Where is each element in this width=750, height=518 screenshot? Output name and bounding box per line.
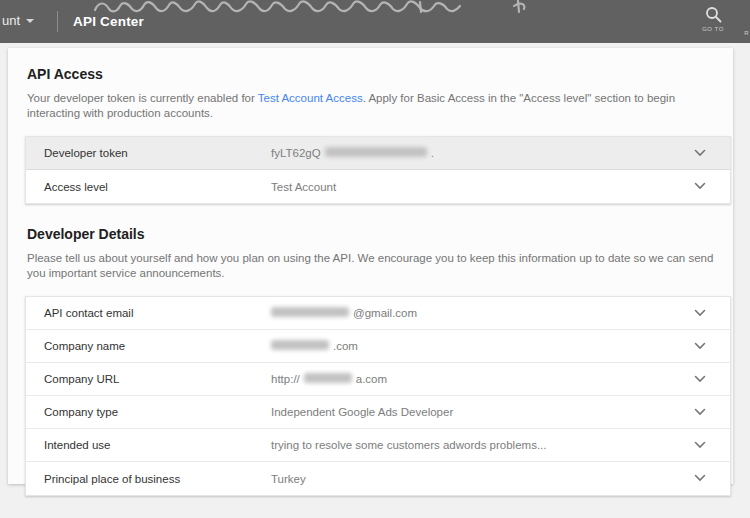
redaction-scribble xyxy=(93,0,533,14)
header-divider xyxy=(57,11,58,32)
app-header: unt API Center GO TO R xyxy=(0,0,750,43)
api-access-heading: API Access xyxy=(27,66,731,82)
row-value: Test Account xyxy=(271,181,336,193)
account-menu[interactable]: unt xyxy=(2,13,34,28)
chevron-down-icon[interactable] xyxy=(694,182,706,190)
api-access-description: Your developer token is currently enable… xyxy=(27,91,715,121)
account-menu-label: unt xyxy=(2,13,20,28)
row-label: Developer token xyxy=(44,147,128,159)
row-label: Company URL xyxy=(44,373,119,385)
redacted-text xyxy=(325,147,427,157)
chevron-down-icon[interactable] xyxy=(694,342,706,350)
developer-details-table: API contact email @gmail.com Company nam… xyxy=(25,296,731,496)
row-label: Company name xyxy=(44,340,125,352)
redacted-text xyxy=(271,340,329,350)
chevron-down-icon[interactable] xyxy=(694,149,706,157)
row-label: API contact email xyxy=(44,307,133,319)
chevron-down-icon xyxy=(26,19,34,23)
row-value: Independent Google Ads Developer xyxy=(271,406,453,418)
chevron-down-icon[interactable] xyxy=(694,309,706,317)
developer-details-description: Please tell us about yourself and how yo… xyxy=(27,251,715,281)
row-label: Access level xyxy=(44,181,108,193)
row-value: trying to resolve some customers adwords… xyxy=(271,439,546,451)
table-row-company-url[interactable]: Company URL http://a.com xyxy=(26,363,730,396)
api-access-section: API Access Your developer token is curre… xyxy=(25,66,731,204)
search-label: GO TO xyxy=(696,26,730,32)
table-row-principal-place[interactable]: Principal place of business Turkey xyxy=(26,462,730,495)
row-value: Turkey xyxy=(271,473,306,485)
api-access-table: Developer token fyLT62gQ. Access level T… xyxy=(25,136,731,204)
chevron-down-icon[interactable] xyxy=(694,474,706,482)
table-row-api-contact-email[interactable]: API contact email @gmail.com xyxy=(26,297,730,330)
test-account-access-link[interactable]: Test Account Access xyxy=(258,92,363,104)
table-row-intended-use[interactable]: Intended use trying to resolve some cust… xyxy=(26,429,730,462)
page-title: API Center xyxy=(73,14,144,29)
desc-text-before: Your developer token is currently enable… xyxy=(27,92,258,104)
row-value: .com xyxy=(271,340,358,353)
row-value: fyLT62gQ. xyxy=(271,147,434,160)
row-label: Company type xyxy=(44,406,118,418)
table-row-developer-token[interactable]: Developer token fyLT62gQ. xyxy=(26,137,730,170)
table-row-company-type[interactable]: Company type Independent Google Ads Deve… xyxy=(26,396,730,429)
content-panel: API Access Your developer token is curre… xyxy=(8,48,733,484)
row-value: http://a.com xyxy=(271,373,387,386)
developer-details-heading: Developer Details xyxy=(27,226,731,242)
chevron-down-icon[interactable] xyxy=(694,441,706,449)
redacted-text xyxy=(271,307,349,317)
table-row-company-name[interactable]: Company name .com xyxy=(26,330,730,363)
row-label: Principal place of business xyxy=(44,473,180,485)
search-button[interactable]: GO TO xyxy=(696,6,730,32)
redacted-text xyxy=(304,373,352,383)
table-row-access-level[interactable]: Access level Test Account xyxy=(26,170,730,203)
chevron-down-icon[interactable] xyxy=(694,375,706,383)
nav-right-partial-label: R xyxy=(744,30,749,36)
row-value: @gmail.com xyxy=(271,307,417,320)
search-icon xyxy=(705,6,722,23)
chevron-down-icon[interactable] xyxy=(694,408,706,416)
developer-details-section: Developer Details Please tell us about y… xyxy=(25,226,731,496)
row-label: Intended use xyxy=(44,439,111,451)
